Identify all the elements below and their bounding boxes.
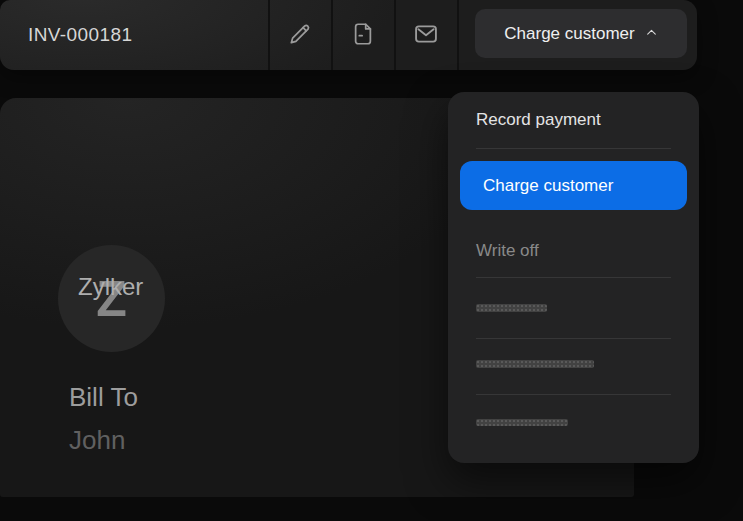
edit-pencil-icon — [287, 21, 313, 50]
menu-item-skeleton — [476, 304, 547, 312]
customer-name: John — [69, 425, 125, 456]
menu-item-label: Write off — [476, 241, 539, 261]
menu-item-skeleton — [476, 360, 594, 368]
menu-divider — [476, 394, 671, 395]
invoice-toolbar: INV-000181 — [0, 0, 697, 70]
charge-button-label: Charge customer — [504, 24, 634, 44]
company-name: Zylker — [78, 273, 143, 301]
menu-item-charge-customer[interactable]: Charge customer — [460, 161, 687, 210]
chevron-up-icon — [645, 24, 658, 44]
charge-customer-dropdown-button[interactable]: Charge customer — [475, 9, 687, 58]
menu-item-record-payment[interactable]: Record payment — [476, 92, 601, 148]
app-window: INV-000181 — [0, 0, 743, 521]
bill-to-label: Bill To — [69, 382, 138, 413]
toolbar-divider — [457, 0, 459, 70]
invoice-number: INV-000181 — [28, 0, 132, 70]
menu-divider — [476, 277, 671, 278]
menu-item-label: Charge customer — [483, 176, 613, 196]
pdf-document-button[interactable] — [333, 0, 393, 70]
send-mail-button[interactable] — [396, 0, 456, 70]
document-icon — [350, 21, 376, 50]
menu-item-write-off[interactable]: Write off — [476, 225, 539, 277]
edit-invoice-button[interactable] — [270, 0, 330, 70]
menu-item-skeleton — [476, 419, 568, 426]
menu-item-label: Record payment — [476, 110, 601, 130]
charge-customer-dropdown-menu: Record payment Charge customer Write off — [448, 92, 699, 463]
menu-divider — [476, 148, 671, 149]
menu-divider — [476, 338, 671, 339]
mail-envelope-icon — [412, 20, 440, 51]
